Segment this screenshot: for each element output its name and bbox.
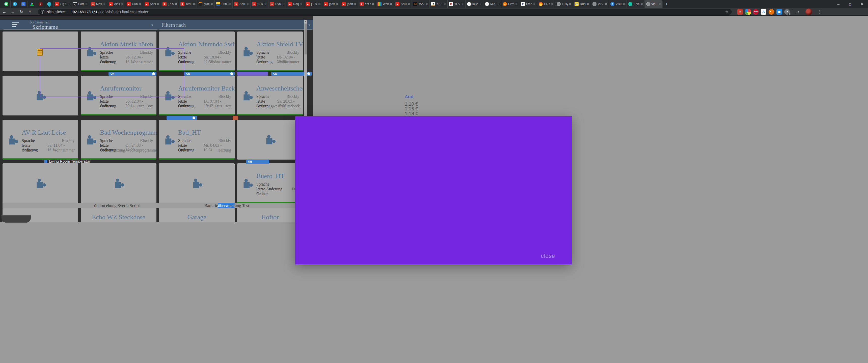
tab-close-icon[interactable]: ✕	[139, 2, 141, 6]
playlist-icon[interactable]: ♬	[797, 9, 801, 14]
bookmark-star-icon[interactable]: ☆	[725, 9, 729, 14]
tab[interactable]: ▶(1) S✕	[54, 0, 71, 8]
tab-close-icon[interactable]: ✕	[67, 2, 70, 6]
tab[interactable]: 1Maxi✕	[89, 0, 107, 8]
tab-close-icon[interactable]: ✕	[265, 2, 267, 6]
password-key-extension-icon[interactable]	[769, 9, 774, 14]
mute-tab-extension-icon[interactable]: ✕	[737, 9, 743, 14]
filter-caret-icon[interactable]: ▾	[308, 23, 310, 27]
script-card[interactable]: Garage	[159, 208, 235, 222]
tab[interactable]: aFirev✕	[501, 0, 519, 8]
tab-close-icon[interactable]: ✕	[211, 2, 213, 6]
tab-close-icon[interactable]: ✕	[228, 2, 231, 6]
tab[interactable]: ▶[part✕	[340, 0, 358, 8]
script-card[interactable]	[81, 163, 156, 203]
tab[interactable]: Edit✕	[627, 0, 645, 8]
tab[interactable]: BIII A✕	[447, 0, 466, 8]
tab-close-icon[interactable]: ✕	[641, 2, 643, 6]
address-bar[interactable]: i Nicht sicher | 192.168.178.151 :8082/v…	[38, 9, 732, 14]
pinned-tab-google-drive[interactable]	[28, 0, 36, 7]
minimize-window-icon[interactable]: ─	[832, 0, 844, 8]
tab[interactable]: 1Yet A✕	[358, 0, 376, 8]
script-card[interactable]: Buero_HTSpracheletzte ÄnderungFr. 0Ordne…	[237, 163, 303, 203]
toggle-widget-fragment[interactable]: ON	[184, 72, 235, 76]
tab[interactable]: PPRunn✕	[573, 0, 591, 8]
tab[interactable]: ▶Sour✕	[394, 0, 412, 8]
scrollbar-thumb[interactable]	[305, 24, 307, 55]
tab[interactable]: grafa✕	[197, 0, 215, 8]
tab-close-icon[interactable]: ✕	[515, 2, 518, 6]
tab-close-icon[interactable]: ✕	[443, 2, 446, 6]
script-card[interactable]	[237, 120, 303, 160]
tab[interactable]: Mic-✕	[484, 0, 501, 8]
site-info-icon[interactable]: i	[41, 10, 44, 13]
tab-close-icon[interactable]: ✕	[479, 2, 482, 6]
tab[interactable]: Fully✕	[555, 0, 573, 8]
tab[interactable]: Flicen✕	[519, 0, 537, 8]
tab[interactable]: HD v✕	[537, 0, 555, 8]
tab-close-icon[interactable]: ✕	[318, 2, 320, 6]
script-card[interactable]: Echo WZ Steckdose	[81, 208, 156, 222]
tab[interactable]: ▶Alexa✕	[107, 0, 125, 8]
tab[interactable]: 1Dyna✕	[269, 0, 286, 8]
smarthome-extension-icon[interactable]: ⌂	[745, 9, 751, 14]
tab-close-icon[interactable]: ✕	[390, 2, 392, 6]
tab-close-icon[interactable]: ✕	[551, 2, 553, 6]
tab-close-icon[interactable]: ✕	[121, 2, 123, 6]
tab[interactable]: ▶Roqs✕	[286, 0, 304, 8]
new-tab-button[interactable]: +	[662, 0, 670, 8]
tab[interactable]: ▶Shell✕	[143, 0, 161, 8]
forward-icon[interactable]: →	[8, 9, 17, 14]
script-card[interactable]: Hoftor	[237, 208, 303, 222]
tab-close-icon[interactable]: ✕	[175, 2, 177, 6]
tab-active[interactable]: vis✕	[645, 0, 662, 8]
tab-close-icon[interactable]: ✕	[497, 2, 500, 6]
tab-close-icon[interactable]: ✕	[605, 2, 607, 6]
windows-extension-icon[interactable]: ▦	[776, 9, 782, 14]
tab-close-icon[interactable]: ✕	[426, 2, 428, 6]
tab[interactable]: iVisu✕	[609, 0, 627, 8]
scroll-up-icon[interactable]: ▲	[304, 20, 307, 23]
help-extension-icon[interactable]: ?0	[784, 9, 790, 14]
tab-close-icon[interactable]: ✕	[300, 2, 303, 6]
tab[interactable]: Web✕	[376, 0, 394, 8]
dialog-close-button[interactable]: close	[541, 253, 555, 259]
tab[interactable]: 1[PRO✕	[161, 0, 179, 8]
tab[interactable]: >_Port✕	[71, 0, 89, 8]
script-card[interactable]: AnwesenheitscheckSpracheBlocklyletzte Än…	[237, 76, 303, 116]
tab[interactable]: ▶[part✕	[322, 0, 340, 8]
tab-close-icon[interactable]: ✕	[658, 2, 661, 6]
tab[interactable]: 1Test✕	[179, 0, 197, 8]
tab[interactable]: VIS |✕	[591, 0, 609, 8]
reload-icon[interactable]: ↻	[17, 9, 26, 14]
tab-close-icon[interactable]: ✕	[157, 2, 159, 6]
tab[interactable]: ioBr✕	[466, 0, 484, 8]
script-card[interactable]: AV-R Laut LeiseSpracheBlocklyletzte Ände…	[2, 120, 78, 160]
script-card[interactable]	[159, 163, 235, 203]
pinned-tab-calendar[interactable]: 19	[19, 0, 28, 7]
pinned-tab-maps[interactable]	[45, 0, 54, 7]
tab[interactable]: aKERA✕	[430, 0, 447, 8]
home-icon[interactable]: ⌂	[26, 9, 34, 14]
sort-icon[interactable]	[12, 23, 20, 27]
browser-menu-icon[interactable]: ⋮	[817, 9, 822, 14]
script-card[interactable]	[2, 163, 78, 203]
tab-close-icon[interactable]: ✕	[462, 2, 464, 6]
tab-close-icon[interactable]: ✕	[372, 2, 374, 6]
close-window-icon[interactable]: ✕	[856, 0, 868, 8]
restore-window-icon[interactable]: ◻	[844, 0, 856, 8]
tab-close-icon[interactable]: ✕	[587, 2, 589, 6]
tab[interactable]: ▶Guns✕	[125, 0, 143, 8]
pinned-tab-whatsapp[interactable]: ☎	[2, 0, 10, 7]
tab-close-icon[interactable]: ✕	[336, 2, 338, 6]
tab[interactable]: 1Anw✕	[232, 0, 251, 8]
script-card[interactable]: Aktion Shield TVSpracheBlocklyletzte Änd…	[237, 32, 303, 71]
sort-caret-icon[interactable]: ▾	[151, 23, 153, 27]
tab-close-icon[interactable]: ✕	[103, 2, 105, 6]
pinned-tab-radio[interactable]	[36, 0, 45, 7]
pinned-tab-telegram[interactable]: ➤	[10, 0, 19, 7]
tab-close-icon[interactable]: ✕	[247, 2, 249, 6]
profile-avatar[interactable]	[805, 8, 812, 15]
translate-extension-icon[interactable]: A	[761, 9, 766, 14]
tab-close-icon[interactable]: ✕	[533, 2, 535, 6]
